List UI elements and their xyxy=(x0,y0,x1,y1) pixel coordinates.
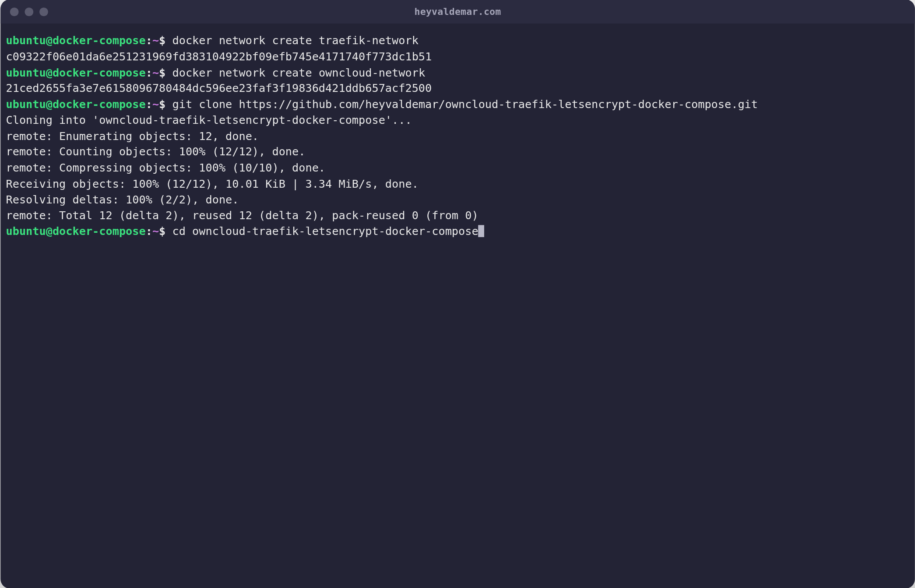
prompt-user: ubuntu@docker-compose xyxy=(6,66,145,79)
terminal-line: 21ced2655fa3e7e6158096780484dc596ee23faf… xyxy=(6,80,909,96)
traffic-lights xyxy=(10,7,48,16)
terminal-body[interactable]: ubuntu@docker-compose:~$ docker network … xyxy=(0,24,915,588)
prompt-path: ~ xyxy=(152,225,158,238)
terminal-window: heyvaldemar.com ubuntu@docker-compose:~$… xyxy=(0,0,915,588)
prompt-dollar: $ xyxy=(159,34,165,47)
prompt-user: ubuntu@docker-compose xyxy=(6,98,145,111)
prompt-user: ubuntu@docker-compose xyxy=(6,34,145,47)
terminal-line: remote: Enumerating objects: 12, done. xyxy=(6,128,909,144)
prompt-colon: : xyxy=(145,34,152,47)
prompt-dollar: $ xyxy=(159,66,165,79)
titlebar: heyvaldemar.com xyxy=(0,0,915,24)
prompt-dollar: $ xyxy=(159,225,165,238)
minimize-icon[interactable] xyxy=(25,7,33,16)
terminal-line: ubuntu@docker-compose:~$ git clone https… xyxy=(6,97,909,112)
command-text: docker network create traefik-network xyxy=(165,34,419,47)
close-icon[interactable] xyxy=(10,7,18,16)
command-text: cd owncloud-traefik-letsencrypt-docker-c… xyxy=(165,225,478,238)
prompt-path: ~ xyxy=(152,66,158,79)
prompt-colon: : xyxy=(145,98,152,111)
prompt-user: ubuntu@docker-compose xyxy=(6,225,145,238)
zoom-icon[interactable] xyxy=(39,7,48,16)
prompt-dollar: $ xyxy=(159,98,165,111)
prompt-colon: : xyxy=(145,66,152,79)
prompt-path: ~ xyxy=(152,98,158,111)
terminal-line: c09322f06e01da6e251231969fd383104922bf09… xyxy=(6,49,909,65)
terminal-line: ubuntu@docker-compose:~$ docker network … xyxy=(6,65,909,80)
window-title: heyvaldemar.com xyxy=(0,6,915,17)
terminal-line: Resolving deltas: 100% (2/2), done. xyxy=(6,192,909,208)
terminal-line: remote: Compressing objects: 100% (10/10… xyxy=(6,160,909,176)
command-text: docker network create owncloud-network xyxy=(165,66,425,79)
terminal-line: Receiving objects: 100% (12/12), 10.01 K… xyxy=(6,176,909,192)
command-text: git clone https://github.com/heyvaldemar… xyxy=(165,98,758,111)
terminal-line: Cloning into 'owncloud-traefik-letsencry… xyxy=(6,112,909,128)
prompt-path: ~ xyxy=(152,34,158,47)
cursor-icon xyxy=(478,225,484,237)
terminal-line: ubuntu@docker-compose:~$ docker network … xyxy=(6,33,909,49)
prompt-colon: : xyxy=(145,225,152,238)
terminal-line: ubuntu@docker-compose:~$ cd owncloud-tra… xyxy=(6,224,909,239)
terminal-line: remote: Counting objects: 100% (12/12), … xyxy=(6,144,909,160)
terminal-line: remote: Total 12 (delta 2), reused 12 (d… xyxy=(6,208,909,224)
